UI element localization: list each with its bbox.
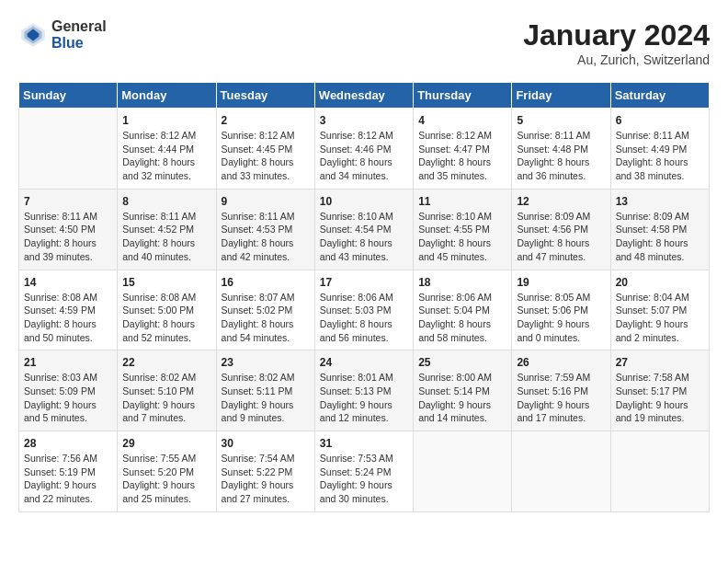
calendar-cell: 6Sunrise: 8:11 AM Sunset: 4:49 PM Daylig… <box>610 109 709 190</box>
logo-icon <box>18 20 48 50</box>
cell-content: Sunrise: 7:55 AM Sunset: 5:20 PM Dayligh… <box>122 452 210 506</box>
cell-content: Sunrise: 8:07 AM Sunset: 5:02 PM Dayligh… <box>222 291 310 345</box>
calendar-cell: 15Sunrise: 8:08 AM Sunset: 5:00 PM Dayli… <box>118 270 216 350</box>
calendar-cell: 22Sunrise: 8:02 AM Sunset: 5:10 PM Dayli… <box>118 350 216 431</box>
cell-content: Sunrise: 8:10 AM Sunset: 4:54 PM Dayligh… <box>320 210 408 264</box>
calendar-cell: 26Sunrise: 7:59 AM Sunset: 5:16 PM Dayli… <box>512 350 610 431</box>
calendar-cell: 18Sunrise: 8:06 AM Sunset: 5:04 PM Dayli… <box>414 270 512 350</box>
day-number: 20 <box>616 276 704 289</box>
day-number: 2 <box>222 114 310 127</box>
calendar-cell: 25Sunrise: 8:00 AM Sunset: 5:14 PM Dayli… <box>414 350 512 431</box>
day-number: 21 <box>24 356 112 369</box>
calendar-cell: 27Sunrise: 7:58 AM Sunset: 5:17 PM Dayli… <box>610 350 709 431</box>
cell-content: Sunrise: 7:58 AM Sunset: 5:17 PM Dayligh… <box>616 371 704 425</box>
day-number: 30 <box>222 437 310 450</box>
day-number: 9 <box>222 195 310 208</box>
cell-content: Sunrise: 7:56 AM Sunset: 5:19 PM Dayligh… <box>24 452 112 506</box>
cell-content: Sunrise: 7:59 AM Sunset: 5:16 PM Dayligh… <box>517 371 605 425</box>
header-row: SundayMondayTuesdayWednesdayThursdayFrid… <box>19 83 710 109</box>
cell-content: Sunrise: 8:06 AM Sunset: 5:03 PM Dayligh… <box>320 291 408 345</box>
day-number: 28 <box>24 437 112 450</box>
logo-general: General <box>51 18 107 35</box>
cell-content: Sunrise: 8:02 AM Sunset: 5:11 PM Dayligh… <box>222 371 310 425</box>
calendar-cell: 7Sunrise: 8:11 AM Sunset: 4:50 PM Daylig… <box>19 189 118 270</box>
calendar-cell: 20Sunrise: 8:04 AM Sunset: 5:07 PM Dayli… <box>610 270 709 350</box>
calendar-cell <box>610 431 709 512</box>
cell-content: Sunrise: 8:08 AM Sunset: 4:59 PM Dayligh… <box>24 291 112 345</box>
day-number: 29 <box>122 437 210 450</box>
day-number: 13 <box>616 195 704 208</box>
calendar-cell: 28Sunrise: 7:56 AM Sunset: 5:19 PM Dayli… <box>19 431 118 512</box>
day-number: 11 <box>418 195 506 208</box>
cell-content: Sunrise: 8:11 AM Sunset: 4:53 PM Dayligh… <box>222 210 310 264</box>
calendar-cell: 11Sunrise: 8:10 AM Sunset: 4:55 PM Dayli… <box>414 189 512 270</box>
day-number: 19 <box>517 276 605 289</box>
calendar-cell: 21Sunrise: 8:03 AM Sunset: 5:09 PM Dayli… <box>19 350 118 431</box>
cell-content: Sunrise: 7:53 AM Sunset: 5:24 PM Dayligh… <box>320 452 408 506</box>
cell-content: Sunrise: 8:00 AM Sunset: 5:14 PM Dayligh… <box>418 371 506 425</box>
calendar-cell: 9Sunrise: 8:11 AM Sunset: 4:53 PM Daylig… <box>216 189 314 270</box>
week-row-2: 7Sunrise: 8:11 AM Sunset: 4:50 PM Daylig… <box>19 189 710 270</box>
calendar-cell: 13Sunrise: 8:09 AM Sunset: 4:58 PM Dayli… <box>610 189 709 270</box>
calendar-cell: 12Sunrise: 8:09 AM Sunset: 4:56 PM Dayli… <box>512 189 610 270</box>
day-number: 26 <box>517 356 605 369</box>
day-number: 25 <box>418 356 506 369</box>
logo: General Blue <box>18 18 107 51</box>
day-number: 5 <box>517 114 605 127</box>
day-number: 31 <box>320 437 408 450</box>
calendar-cell: 29Sunrise: 7:55 AM Sunset: 5:20 PM Dayli… <box>118 431 216 512</box>
title-block: January 2024 Au, Zurich, Switzerland <box>523 18 710 67</box>
day-number: 8 <box>122 195 210 208</box>
cell-content: Sunrise: 8:09 AM Sunset: 4:56 PM Dayligh… <box>517 210 605 264</box>
logo-blue: Blue <box>51 35 107 52</box>
calendar-cell: 4Sunrise: 8:12 AM Sunset: 4:47 PM Daylig… <box>414 109 512 190</box>
cell-content: Sunrise: 8:12 AM Sunset: 4:44 PM Dayligh… <box>122 129 210 183</box>
calendar-cell <box>512 431 610 512</box>
cell-content: Sunrise: 8:10 AM Sunset: 4:55 PM Dayligh… <box>418 210 506 264</box>
cell-content: Sunrise: 8:02 AM Sunset: 5:10 PM Dayligh… <box>122 371 210 425</box>
day-number: 22 <box>122 356 210 369</box>
cell-content: Sunrise: 8:12 AM Sunset: 4:45 PM Dayligh… <box>222 129 310 183</box>
week-row-3: 14Sunrise: 8:08 AM Sunset: 4:59 PM Dayli… <box>19 270 710 350</box>
day-number: 12 <box>517 195 605 208</box>
day-number: 23 <box>222 356 310 369</box>
header-day-tuesday: Tuesday <box>216 83 314 109</box>
day-number: 17 <box>320 276 408 289</box>
calendar-cell: 24Sunrise: 8:01 AM Sunset: 5:13 PM Dayli… <box>314 350 413 431</box>
page-subtitle: Au, Zurich, Switzerland <box>523 52 710 67</box>
calendar-table: SundayMondayTuesdayWednesdayThursdayFrid… <box>18 82 710 512</box>
day-number: 18 <box>418 276 506 289</box>
calendar-cell: 16Sunrise: 8:07 AM Sunset: 5:02 PM Dayli… <box>216 270 314 350</box>
week-row-4: 21Sunrise: 8:03 AM Sunset: 5:09 PM Dayli… <box>19 350 710 431</box>
header-day-friday: Friday <box>512 83 610 109</box>
week-row-5: 28Sunrise: 7:56 AM Sunset: 5:19 PM Dayli… <box>19 431 710 512</box>
calendar-cell: 8Sunrise: 8:11 AM Sunset: 4:52 PM Daylig… <box>118 189 216 270</box>
cell-content: Sunrise: 8:12 AM Sunset: 4:47 PM Dayligh… <box>418 129 506 183</box>
cell-content: Sunrise: 8:09 AM Sunset: 4:58 PM Dayligh… <box>616 210 704 264</box>
cell-content: Sunrise: 8:08 AM Sunset: 5:00 PM Dayligh… <box>122 291 210 345</box>
cell-content: Sunrise: 8:03 AM Sunset: 5:09 PM Dayligh… <box>24 371 112 425</box>
calendar-cell: 14Sunrise: 8:08 AM Sunset: 4:59 PM Dayli… <box>19 270 118 350</box>
cell-content: Sunrise: 8:11 AM Sunset: 4:50 PM Dayligh… <box>24 210 112 264</box>
header-day-saturday: Saturday <box>610 83 709 109</box>
day-number: 15 <box>122 276 210 289</box>
day-number: 7 <box>24 195 112 208</box>
day-number: 6 <box>616 114 704 127</box>
day-number: 14 <box>24 276 112 289</box>
logo-text: General Blue <box>51 18 107 51</box>
calendar-cell: 3Sunrise: 8:12 AM Sunset: 4:46 PM Daylig… <box>314 109 413 190</box>
cell-content: Sunrise: 7:54 AM Sunset: 5:22 PM Dayligh… <box>222 452 310 506</box>
calendar-cell: 23Sunrise: 8:02 AM Sunset: 5:11 PM Dayli… <box>216 350 314 431</box>
calendar-cell: 30Sunrise: 7:54 AM Sunset: 5:22 PM Dayli… <box>216 431 314 512</box>
page-header: General Blue January 2024 Au, Zurich, Sw… <box>18 18 710 67</box>
calendar-header: SundayMondayTuesdayWednesdayThursdayFrid… <box>19 83 710 109</box>
cell-content: Sunrise: 8:11 AM Sunset: 4:49 PM Dayligh… <box>616 129 704 183</box>
day-number: 1 <box>122 114 210 127</box>
day-number: 3 <box>320 114 408 127</box>
calendar-cell <box>19 109 118 190</box>
header-day-monday: Monday <box>118 83 216 109</box>
header-day-wednesday: Wednesday <box>314 83 413 109</box>
calendar-cell: 19Sunrise: 8:05 AM Sunset: 5:06 PM Dayli… <box>512 270 610 350</box>
day-number: 16 <box>222 276 310 289</box>
calendar-cell: 5Sunrise: 8:11 AM Sunset: 4:48 PM Daylig… <box>512 109 610 190</box>
